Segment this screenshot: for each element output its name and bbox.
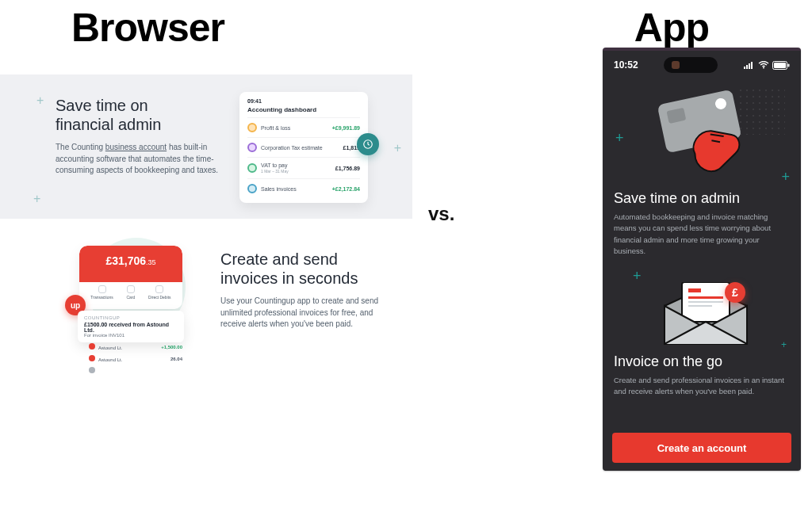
app-section-title: Save time on admin <box>614 190 790 207</box>
battery-icon <box>772 61 790 70</box>
feature-body: Use your Countingup app to create and se… <box>220 296 387 330</box>
feature-body-text: The Counting <box>56 143 105 151</box>
dashboard-row-label: Corporation Tax estimate <box>261 145 343 151</box>
profit-loss-icon <box>247 123 257 132</box>
dot-icon <box>89 367 95 373</box>
balance-header: £31,706.35 <box>79 246 182 282</box>
status-icons <box>744 61 790 70</box>
svg-rect-7 <box>774 63 786 68</box>
heading-browser: Browser <box>71 5 224 51</box>
heading-app: App <box>634 5 709 51</box>
browser-feature-save-time: + + + Save time on financial admin The C… <box>0 74 412 219</box>
sales-invoice-icon <box>247 184 257 193</box>
dashboard-row-value: +£2,172.84 <box>332 186 360 192</box>
svg-rect-1 <box>744 67 745 69</box>
app-screenshot: 10:52 + + <box>603 48 801 471</box>
signal-icon <box>744 61 755 69</box>
status-bar: 10:52 <box>603 51 801 76</box>
plus-decorator-icon: + <box>781 339 787 350</box>
vat-icon <box>247 163 257 173</box>
app-section-body: Create and send professional invoices in… <box>614 375 790 398</box>
svg-rect-12 <box>688 301 723 303</box>
accounting-dashboard-card: 09:41 Accounting dashboard Profit & loss… <box>239 92 368 203</box>
card-hand-illustration: + + <box>614 82 790 185</box>
app-section-body: Automated bookkeeping and invoice matchi… <box>614 212 790 257</box>
dashboard-row-label: VAT to pay 1 Mar – 31 May <box>261 162 335 174</box>
dots-decorator <box>737 87 785 135</box>
transaction-list: Astound Lt. +1,500.00 Astound Lt. 26.04 <box>84 341 187 376</box>
dot-icon <box>89 355 95 361</box>
envelope-illustration: + + £ <box>614 268 790 353</box>
tab-item: Card <box>126 285 135 300</box>
app-section-invoice: + + £ Invoice on the go Creat <box>614 268 790 398</box>
dashboard-row: VAT to pay 1 Mar – 31 May £1,756.89 <box>247 157 360 178</box>
list-item <box>84 365 187 376</box>
svg-rect-2 <box>746 65 748 69</box>
vs-label: vs. <box>428 203 454 225</box>
payment-toast: COUNTINGUP £1500.00 received from Astoun… <box>78 311 184 342</box>
dashboard-title: Accounting dashboard <box>247 106 360 113</box>
plus-decorator-icon: + <box>633 268 642 285</box>
create-account-button[interactable]: Create an account <box>612 433 791 463</box>
status-time: 10:52 <box>614 59 638 71</box>
svg-rect-10 <box>688 288 701 292</box>
svg-rect-4 <box>751 62 753 69</box>
wifi-icon <box>758 61 769 69</box>
browser-feature-invoices: £31,706.35 Transactions Card Direct Debi… <box>0 219 412 392</box>
dashboard-row-value: +£9,991.89 <box>332 125 360 131</box>
balance-amount: £31,706 <box>105 254 146 267</box>
business-account-link[interactable]: business account <box>105 143 167 151</box>
gbp-badge-icon: £ <box>725 282 745 303</box>
dashboard-row-value: £1,756.89 <box>335 166 360 171</box>
dashboard-row: Sales invoices +£2,172.84 <box>247 178 360 198</box>
svg-rect-13 <box>688 305 712 307</box>
toast-title: £1500.00 received from Astound Ltd. <box>84 322 178 333</box>
account-tabs: Transactions Card Direct Debits <box>79 282 182 300</box>
app-section-title: Invoice on the go <box>614 353 790 370</box>
phone-mock: £31,706.35 Transactions Card Direct Debi… <box>79 246 182 309</box>
dynamic-island <box>664 57 718 73</box>
dashboard-time: 09:41 <box>247 98 360 104</box>
tab-item: Direct Debits <box>148 285 171 300</box>
hand-icon <box>685 118 752 180</box>
dashboard-row-label: Profit & loss <box>261 125 332 131</box>
dashboard-row: Corporation Tax estimate £1,819 <box>247 137 360 157</box>
toast-app-name: COUNTINGUP <box>84 315 178 320</box>
tab-item: Transactions <box>90 285 113 300</box>
dot-icon <box>89 343 95 349</box>
dashboard-row-label: Sales invoices <box>261 186 332 192</box>
svg-rect-3 <box>749 63 750 69</box>
plus-decorator-icon: + <box>781 169 790 185</box>
dashboard-row: Profit & loss +£9,991.89 <box>247 117 360 137</box>
feature-title: Create and send invoices in seconds <box>220 250 387 288</box>
browser-column: + + + Save time on financial admin The C… <box>0 74 412 392</box>
svg-rect-11 <box>688 296 723 299</box>
list-item: Astound Lt. 26.04 <box>84 353 187 365</box>
svg-point-5 <box>763 67 764 69</box>
feature-body: The Counting business account has built-… <box>56 142 222 177</box>
list-item-value: 26.04 <box>170 357 182 361</box>
invoice-mockup: £31,706.35 Transactions Card Direct Debi… <box>56 246 197 392</box>
plus-decorator-icon: + <box>36 94 44 108</box>
toast-subtitle: For invoice INV101 <box>84 333 178 338</box>
list-item: Astound Lt. +1,500.00 <box>84 341 187 353</box>
corp-tax-icon <box>247 143 257 152</box>
svg-rect-8 <box>787 63 789 67</box>
app-section-admin: + + Save time on admin Automated bookkee… <box>614 82 790 257</box>
balance-cents: .35 <box>146 258 156 266</box>
plus-decorator-icon: + <box>394 141 401 155</box>
clock-icon <box>357 133 379 155</box>
plus-decorator-icon: + <box>615 130 624 147</box>
feature-title: Save time on financial admin <box>56 97 222 134</box>
plus-decorator-icon: + <box>33 192 40 206</box>
list-item-value: +1,500.00 <box>161 345 182 349</box>
